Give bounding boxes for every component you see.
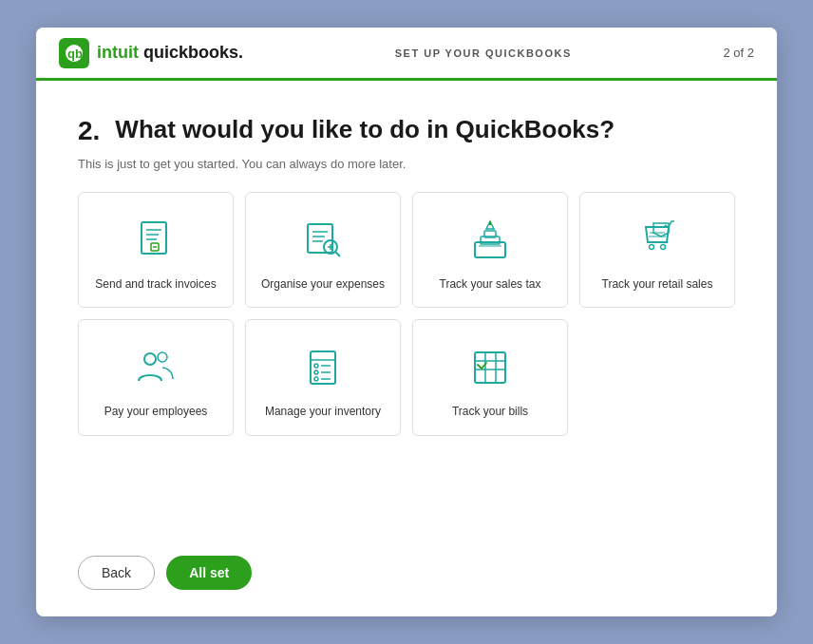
card-inventory-label: Manage your inventory (265, 404, 381, 420)
card-expenses[interactable]: Organise your expenses (245, 192, 401, 309)
content-area: 2. What would you like to do in QuickBoo… (36, 81, 777, 556)
expenses-icon (296, 214, 350, 267)
svg-point-26 (665, 224, 668, 227)
svg-point-22 (650, 244, 654, 249)
svg-point-33 (314, 370, 318, 374)
footer: Back All set (36, 556, 777, 616)
invoices-icon (129, 214, 182, 267)
svg-text:qb: qb (67, 47, 83, 61)
card-retail-sales[interactable]: Track your retail sales (579, 192, 735, 309)
allset-button[interactable]: All set (166, 556, 252, 590)
back-button[interactable]: Back (78, 556, 155, 590)
question-title: What would you like to do in QuickBooks? (115, 115, 614, 144)
cards-row2: Pay your employees Manage y (78, 319, 568, 436)
inventory-icon (296, 341, 350, 394)
sales-tax-icon (463, 214, 517, 267)
svg-rect-8 (308, 224, 332, 253)
question-number: 2. (78, 115, 100, 147)
svg-point-28 (158, 352, 167, 362)
main-window: qb intuit quickbooks. SET UP YOUR QUICKB… (36, 28, 777, 616)
card-retail-sales-label: Track your retail sales (602, 276, 713, 293)
svg-point-27 (144, 353, 156, 365)
card-invoices[interactable]: Send and track invoices (78, 192, 234, 309)
question-row: 2. What would you like to do in QuickBoo… (78, 115, 735, 147)
svg-rect-2 (142, 222, 166, 254)
svg-point-35 (314, 377, 318, 381)
card-sales-tax[interactable]: Track your sales tax (412, 192, 568, 309)
header: qb intuit quickbooks. SET UP YOUR QUICKB… (36, 28, 777, 81)
card-bills[interactable]: Track your bills (412, 319, 568, 436)
logo-area: qb intuit quickbooks. (59, 38, 243, 68)
card-expenses-label: Organise your expenses (261, 276, 385, 293)
quickbooks-logo-icon: qb (59, 38, 89, 68)
employees-icon (129, 341, 182, 394)
question-subtitle: This is just to get you started. You can… (78, 157, 735, 171)
card-inventory[interactable]: Manage your inventory (245, 319, 401, 436)
card-bills-label: Track your bills (452, 404, 528, 420)
card-invoices-label: Send and track invoices (95, 276, 216, 293)
header-title: SET UP YOUR QUICKBOOKS (395, 47, 572, 59)
cards-row1: Send and track invoices Org (78, 192, 735, 309)
card-employees-label: Pay your employees (104, 404, 208, 420)
svg-line-13 (335, 252, 340, 256)
svg-point-31 (314, 364, 318, 368)
header-step: 2 of 2 (723, 46, 754, 60)
logo-text: intuit quickbooks. (97, 43, 243, 63)
card-sales-tax-label: Track your sales tax (440, 276, 541, 293)
svg-point-23 (661, 244, 666, 249)
card-employees[interactable]: Pay your employees (78, 319, 234, 436)
retail-sales-icon (631, 214, 684, 267)
bills-icon (463, 341, 517, 394)
